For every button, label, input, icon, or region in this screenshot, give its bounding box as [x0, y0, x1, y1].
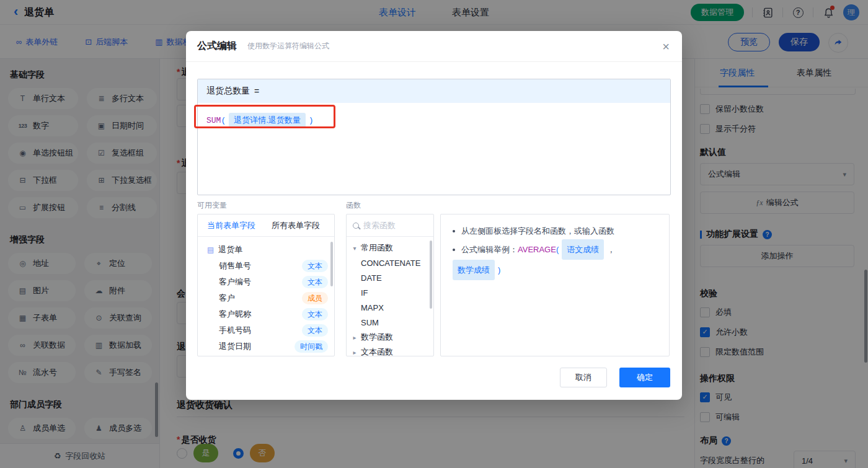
- function-search-input[interactable]: [363, 221, 427, 230]
- close-icon[interactable]: ×: [662, 40, 670, 53]
- variable-row[interactable]: 客户昵称文本: [198, 306, 334, 322]
- formula-editor-modal: 公式编辑 使用数学运算符编辑公式 × 退货总数量 = SUM ( 退货详情.退货…: [186, 31, 682, 400]
- functions-scrollbar-thumb[interactable]: [430, 241, 432, 309]
- function-group-text[interactable]: ▸文本函数: [347, 345, 433, 356]
- variables-label: 可用变量: [197, 200, 227, 211]
- type-tag: 时间戳: [294, 340, 328, 353]
- variable-name: 客户编号: [219, 276, 251, 288]
- tree-closed-icon: ▸: [352, 349, 358, 356]
- functions-tree: ▾常用函数 CONCATENATE DATE IF MAPX SUM ▸数学函数…: [347, 237, 433, 356]
- tree-root-form[interactable]: ▤ 退货单: [198, 242, 334, 258]
- formula-target: 退货总数量: [206, 86, 250, 97]
- variable-name: 退货日期: [219, 341, 251, 352]
- bullet-icon: [453, 230, 455, 232]
- formula-expression[interactable]: SUM ( 退货详情.退货数量 ): [198, 103, 670, 138]
- bullet-icon: [453, 249, 455, 251]
- tips-panel: 从左侧面板选择字段名和函数，或输入函数 公式编辑举例： AVERAGE ( 语文…: [440, 214, 670, 356]
- function-item[interactable]: DATE: [347, 270, 433, 285]
- function-item[interactable]: IF: [347, 285, 433, 300]
- tab-current-form-fields[interactable]: 当前表单字段: [207, 220, 255, 231]
- variable-row[interactable]: 客户编号文本: [198, 274, 334, 290]
- formula-target-band: 退货总数量 =: [198, 79, 670, 103]
- paren-open: (: [556, 241, 559, 258]
- variable-row[interactable]: 客户成员: [198, 290, 334, 306]
- tip-text: 从左侧面板选择字段名和函数，或输入函数: [461, 223, 614, 239]
- tree-closed-icon: ▸: [352, 334, 358, 341]
- variable-row[interactable]: 退货日期时间戳: [198, 338, 334, 355]
- variables-scrollbar-thumb[interactable]: [330, 242, 333, 286]
- function-group-math[interactable]: ▸数学函数: [347, 330, 433, 345]
- modal-title: 公式编辑: [197, 40, 237, 53]
- function-group-label: 文本函数: [361, 347, 393, 356]
- modal-subtitle: 使用数学运算符编辑公式: [247, 41, 329, 51]
- tip-text: 公式编辑举例：: [461, 241, 518, 258]
- confirm-button[interactable]: 确定: [619, 368, 670, 387]
- function-search[interactable]: [347, 214, 433, 237]
- comma: ，: [607, 241, 615, 258]
- example-field-token: 数学成绩: [453, 260, 495, 280]
- tab-all-form-fields[interactable]: 所有表单字段: [272, 220, 320, 231]
- variables-panel: 当前表单字段 所有表单字段 ▤ 退货单 销售单号文本 客户编号文本 客户成员 客…: [197, 214, 335, 356]
- variable-row-clipped: [198, 355, 334, 356]
- paren-close: ): [498, 262, 500, 278]
- variable-name: 客户昵称: [219, 309, 251, 320]
- variable-row[interactable]: 销售单号文本: [198, 258, 334, 274]
- function-item[interactable]: SUM: [347, 315, 433, 330]
- variables-tabs: 当前表单字段 所有表单字段: [198, 214, 334, 237]
- type-tag: 成员: [302, 292, 328, 304]
- cancel-button[interactable]: 取消: [560, 368, 607, 387]
- variables-tree: ▤ 退货单 销售单号文本 客户编号文本 客户成员 客户昵称文本 手机号码文本 退…: [198, 237, 334, 356]
- search-icon: [353, 223, 359, 229]
- formula-editor-box[interactable]: 退货总数量 = SUM ( 退货详情.退货数量 ): [197, 79, 671, 195]
- function-group-label: 数学函数: [361, 332, 393, 343]
- formula-field-token[interactable]: 退货详情.退货数量: [229, 113, 306, 128]
- example-function-name: AVERAGE: [518, 241, 556, 258]
- paren-close: ): [309, 116, 314, 125]
- type-tag: 文本: [302, 260, 328, 272]
- form-designer-page: ‹ 退货单 表单设计 表单设置 数据管理 ?: [0, 0, 868, 468]
- type-tag: 文本: [302, 324, 328, 337]
- type-tag: 文本: [302, 308, 328, 320]
- functions-panel: ▾常用函数 CONCATENATE DATE IF MAPX SUM ▸数学函数…: [346, 214, 434, 356]
- example-field-token: 语文成绩: [562, 239, 604, 260]
- functions-label: 函数: [346, 200, 361, 211]
- tip-line-1: 从左侧面板选择字段名和函数，或输入函数: [450, 223, 660, 239]
- formula-function-name: SUM: [206, 116, 221, 125]
- variable-name: 客户: [219, 293, 235, 304]
- modal-header: 公式编辑 使用数学运算符编辑公式 ×: [186, 31, 682, 62]
- function-item[interactable]: CONCATENATE: [347, 255, 433, 270]
- function-group-label: 常用函数: [361, 242, 393, 254]
- tree-open-icon: ▾: [352, 245, 358, 252]
- variable-row[interactable]: 手机号码文本: [198, 322, 334, 338]
- form-doc-icon: ▤: [207, 245, 214, 254]
- paren-open: (: [221, 116, 226, 125]
- function-group-common[interactable]: ▾常用函数: [347, 241, 433, 255]
- tip-line-2: 公式编辑举例： AVERAGE ( 语文成绩 ， 数学成绩 ): [450, 239, 660, 280]
- variable-name: 销售单号: [219, 260, 251, 272]
- formula-equals: =: [254, 86, 259, 96]
- variable-name: 手机号码: [219, 325, 251, 336]
- type-tag: 文本: [302, 276, 328, 288]
- function-item[interactable]: MAPX: [347, 300, 433, 315]
- tree-root-label: 退货单: [218, 244, 242, 255]
